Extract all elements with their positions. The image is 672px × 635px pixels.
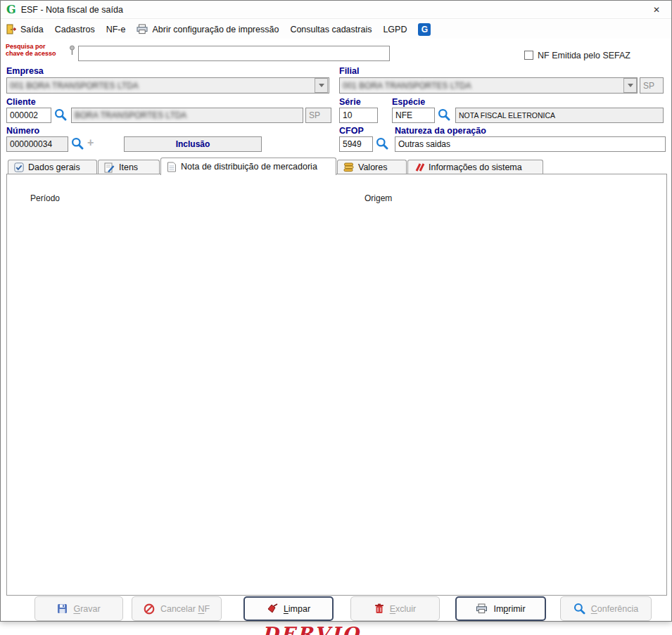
cfop-search-icon[interactable] xyxy=(376,137,388,150)
menu-logo-button[interactable]: G xyxy=(412,20,436,39)
imprimir-button[interactable]: Imprimir xyxy=(455,596,546,621)
conferencia-button: Conferência xyxy=(560,596,652,621)
sefaz-checkbox-label: NF Emitida pelo SEFAZ xyxy=(538,51,630,60)
sefaz-checkbox[interactable] xyxy=(524,51,533,60)
menu-cadastros-label: Cadastros xyxy=(55,25,95,34)
tab-informacoes-sistema[interactable]: Informações do sistema xyxy=(407,160,543,174)
tab-valores-label: Valores xyxy=(358,162,387,172)
filial-dropdown-button xyxy=(623,78,637,93)
search-key-label: Pesquisa por chave de acesso xyxy=(6,43,70,57)
cliente-search-icon[interactable] xyxy=(54,108,67,121)
empresa-label: Empresa xyxy=(6,66,44,76)
cliente-uf-field: SP xyxy=(305,108,331,123)
cliente-label: Cliente xyxy=(6,97,36,107)
menu-saida[interactable]: Saída xyxy=(1,20,49,39)
limpar-button[interactable]: Limpar xyxy=(243,596,334,621)
cancel-icon xyxy=(144,603,155,615)
window-title: ESF - Nota fiscal de saída xyxy=(21,5,123,15)
menu-nfe-label: NF-e xyxy=(106,25,126,34)
filial-uf-field: SP xyxy=(640,77,664,94)
tab-nota-distribuicao-label: Nota de distribuição de mercadoria xyxy=(181,162,317,172)
especie-desc-field: NOTA FISCAL ELETRONICA xyxy=(455,108,664,123)
natureza-label: Natureza da operação xyxy=(395,126,486,136)
tab-dados-gerais-label: Dados gerais xyxy=(28,162,80,172)
numero-field: 000000034 xyxy=(6,136,68,152)
search-input[interactable] xyxy=(78,46,390,61)
especie-label: Espécie xyxy=(392,97,425,107)
especie-search-icon[interactable] xyxy=(438,108,450,121)
cliente-code-field[interactable]: 000002 xyxy=(6,108,51,123)
pencil-note-icon xyxy=(104,162,115,173)
magnifier-icon xyxy=(573,603,585,615)
filial-label: Filial xyxy=(339,66,359,76)
menu-cadastros[interactable]: Cadastros xyxy=(49,20,101,39)
clean-sweep-icon xyxy=(267,603,278,614)
cancelar-nf-button: Cancelar NF xyxy=(132,596,222,621)
serie-label: Série xyxy=(339,97,361,107)
empresa-dropdown-button xyxy=(315,78,328,93)
add-icon: + xyxy=(87,136,94,149)
empresa-combobox: 001 BORA TRANSPORTES LTDA xyxy=(6,77,329,94)
tab-informacoes-sistema-label: Informações do sistema xyxy=(429,162,522,172)
cliente-name-field: BORA TRANSPORTES LTDA xyxy=(71,108,303,123)
tab-nota-distribuicao[interactable]: Nota de distribuição de mercadoria xyxy=(160,158,336,175)
app-logo-icon: G xyxy=(6,3,16,16)
coins-icon xyxy=(343,162,354,172)
printer-icon xyxy=(137,24,148,34)
cfop-label: CFOP xyxy=(339,126,364,136)
title-bar: G ESF - Nota fiscal de saída ✕ xyxy=(1,1,671,19)
tab-valores[interactable]: Valores xyxy=(337,160,407,174)
menu-config-impressao[interactable]: Abrir configuração de impressão xyxy=(131,20,284,39)
especie-field[interactable]: NFE xyxy=(392,108,435,123)
exit-door-icon xyxy=(6,24,16,34)
menu-consultas-label: Consultas cadastrais xyxy=(290,25,372,34)
desktop-logo-fragment: DERVIO xyxy=(262,623,361,635)
menu-saida-label: Saída xyxy=(20,25,44,34)
filial-combobox: 001 BORA TRANSPORTES LTDA xyxy=(339,77,638,94)
desktop: G ESF - Nota fiscal de saída ✕ Saída Cad… xyxy=(0,0,672,635)
status-field: Inclusão xyxy=(124,136,262,152)
red-slashes-icon xyxy=(414,162,424,172)
natureza-field[interactable]: Outras saidas xyxy=(395,136,666,152)
close-button[interactable]: ✕ xyxy=(642,1,671,19)
numero-search-icon[interactable] xyxy=(71,137,84,150)
numero-label: Número xyxy=(6,126,39,136)
app-window: G ESF - Nota fiscal de saída ✕ Saída Cad… xyxy=(0,0,672,622)
tab-itens-label: Itens xyxy=(119,162,138,172)
save-disk-icon xyxy=(57,603,68,614)
delete-trash-icon xyxy=(374,603,384,614)
check-box-icon xyxy=(14,162,24,172)
excluir-button: Excluir xyxy=(350,596,440,621)
g-logo-icon: G xyxy=(418,23,431,36)
menu-consultas[interactable]: Consultas cadastrais xyxy=(284,20,377,39)
tab-itens[interactable]: Itens xyxy=(98,160,160,174)
menu-config-impressao-label: Abrir configuração de impressão xyxy=(152,25,279,34)
tab-dados-gerais[interactable]: Dados gerais xyxy=(8,160,97,174)
tab-panel xyxy=(6,174,667,596)
gravar-button: Gravar xyxy=(34,596,123,621)
print-icon xyxy=(476,603,488,614)
pin-icon xyxy=(68,45,76,56)
cfop-field[interactable]: 5949 xyxy=(339,136,373,152)
document-icon xyxy=(167,162,177,172)
menu-lgpd[interactable]: LGPD xyxy=(377,20,412,39)
periodo-legend: Período xyxy=(27,193,63,203)
serie-field[interactable]: 10 xyxy=(339,108,378,123)
menu-lgpd-label: LGPD xyxy=(383,25,407,34)
origem-legend: Origem xyxy=(362,193,395,203)
menu-bar: Saída Cadastros NF-e Abrir configuração … xyxy=(1,20,671,39)
menu-nfe[interactable]: NF-e xyxy=(101,20,132,39)
